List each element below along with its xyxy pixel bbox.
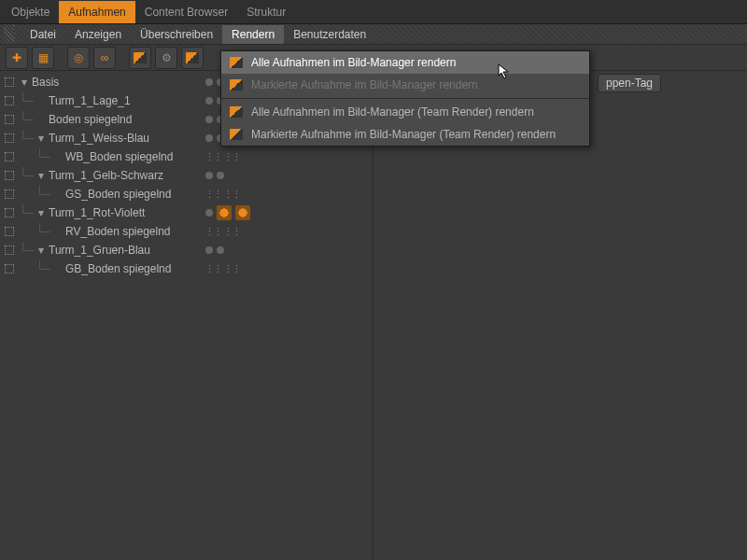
dropdown-item-label: Markierte Aufnahme im Bild-Manager rende… [251, 78, 478, 91]
tree-item-label: Turm_1_Weiss-Blau [49, 132, 149, 145]
tree-row[interactable]: GB_Boden spiegelnd [0, 259, 373, 278]
tree-row[interactable]: GS_Boden spiegelnd [0, 185, 373, 203]
scope-icon[interactable] [4, 170, 15, 181]
toolbar-btn-3[interactable]: ◎ [67, 47, 90, 69]
top-tab-content-browser[interactable]: Content Browser [135, 1, 237, 23]
tree-spacer [52, 226, 63, 237]
tree-item-label: Basis [32, 76, 59, 89]
dropdown-item[interactable]: Markierte Aufnahme im Bild-Manager (Team… [221, 123, 589, 146]
grid-tag-icon[interactable] [205, 149, 220, 164]
clapper-icon [186, 52, 199, 63]
toolbar-btn-4[interactable]: ∞ [93, 47, 116, 69]
status-dot-icon[interactable] [217, 172, 224, 179]
status-dot-icon[interactable] [205, 246, 213, 254]
scope-icon[interactable] [4, 245, 15, 256]
tree-item-label: GS_Boden spiegelnd [65, 188, 171, 201]
dropdown-item-label: Alle Aufnahmen im Bild-Manager rendern [251, 56, 456, 69]
scope-icon[interactable] [4, 114, 15, 125]
toolbar-btn-7[interactable] [181, 47, 204, 69]
grid-tag-icon[interactable] [205, 261, 220, 276]
chevron-down-icon[interactable]: ▾ [19, 77, 30, 88]
menubar: DateiAnzeigenÜberschreibenRendernBenutze… [0, 24, 747, 45]
toolbar-btn-6[interactable]: ⚙ [155, 47, 177, 69]
menu-benutzerdaten[interactable]: Benutzerdaten [284, 25, 375, 44]
clapper-icon [229, 105, 244, 119]
tree-spacer [52, 151, 63, 162]
dropdown-item-label: Alle Aufnahmen im Bild-Manager (Team Ren… [251, 105, 534, 119]
grid-tag-icon[interactable] [224, 261, 239, 276]
status-dot-icon[interactable] [205, 78, 213, 86]
menu-überschreiben[interactable]: Überschreiben [131, 25, 222, 44]
tree-item-label: RV_Boden spiegelnd [65, 225, 171, 238]
scope-icon[interactable] [4, 95, 15, 106]
scope-icon[interactable] [4, 151, 15, 162]
scope-icon[interactable] [4, 133, 15, 144]
grid-tag-icon[interactable] [205, 187, 220, 202]
tag-chip[interactable]: ppen-Tag [598, 74, 661, 92]
dropdown-item[interactable]: Alle Aufnahmen im Bild-Manager rendern [221, 51, 589, 74]
top-tabs: ObjekteAufnahmenContent BrowserStruktur [0, 0, 747, 24]
chevron-down-icon[interactable]: ▾ [35, 207, 47, 218]
toolbar-btn-5[interactable] [129, 47, 151, 69]
scope-icon[interactable] [4, 77, 15, 88]
tree-item-label: Boden spiegelnd [49, 113, 132, 126]
right-panel [374, 93, 747, 560]
clapper-icon [229, 127, 244, 142]
tree-spacer [52, 263, 63, 274]
menu-anzeigen[interactable]: Anzeigen [65, 25, 131, 44]
film-plus-icon: ✚ [12, 51, 21, 64]
menu-datei[interactable]: Datei [21, 25, 65, 44]
dropdown-item: Markierte Aufnahme im Bild-Manager rende… [221, 74, 589, 96]
dropdown-item[interactable]: Alle Aufnahmen im Bild-Manager (Team Ren… [221, 101, 589, 123]
tree-row[interactable]: RV_Boden spiegelnd [0, 222, 373, 241]
grid-tag-icon[interactable] [224, 224, 239, 239]
clapper-icon [229, 77, 244, 92]
tree-spacer [52, 189, 63, 200]
status-dot-icon[interactable] [205, 97, 213, 105]
tree-row[interactable]: ▾Turm_1_Rot-Violett [0, 203, 373, 222]
tree-item-label: WB_Boden spiegelnd [65, 150, 173, 163]
chevron-down-icon[interactable]: ▾ [35, 133, 47, 144]
gear-icon: ⚙ [162, 51, 172, 64]
scope-icon[interactable] [4, 226, 15, 237]
tree-item-label: GB_Boden spiegelnd [65, 262, 171, 275]
grid-tag-icon[interactable] [224, 187, 239, 202]
status-dot-icon[interactable] [205, 116, 213, 123]
render-dropdown: Alle Aufnahmen im Bild-Manager rendernMa… [220, 50, 590, 147]
menubar-grip[interactable] [4, 24, 15, 44]
link-icon: ∞ [101, 51, 109, 64]
status-dot-icon[interactable] [205, 134, 213, 142]
dropdown-separator [221, 98, 589, 99]
grid-tag-icon[interactable] [205, 224, 220, 239]
top-tab-aufnahmen[interactable]: Aufnahmen [59, 1, 134, 23]
scope-icon[interactable] [4, 189, 15, 200]
chevron-down-icon[interactable]: ▾ [35, 170, 47, 181]
tree-item-label: Turm_1_Lage_1 [49, 94, 131, 107]
status-dot-icon[interactable] [217, 246, 224, 254]
status-dot-icon[interactable] [205, 172, 213, 179]
scope-icon[interactable] [4, 207, 15, 218]
gear-tag-icon[interactable] [217, 205, 232, 220]
target-icon: ◎ [74, 51, 83, 64]
tree-item-label: Turm_1_Gelb-Schwarz [49, 169, 163, 182]
top-tab-objekte[interactable]: Objekte [2, 1, 59, 23]
toolbar-btn-1[interactable]: ✚ [6, 47, 28, 69]
dropdown-item-label: Markierte Aufnahme im Bild-Manager (Team… [251, 128, 556, 141]
clapper-icon [229, 55, 244, 70]
scope-icon[interactable] [4, 263, 15, 274]
tree-spacer [35, 114, 47, 125]
menu-rendern[interactable]: Rendern [222, 25, 284, 44]
gear-tag-icon[interactable] [235, 205, 250, 220]
film-icon: ▦ [38, 51, 49, 64]
chevron-down-icon[interactable]: ▾ [35, 245, 47, 256]
tree-row[interactable]: ▾Turm_1_Gruen-Blau [0, 241, 373, 259]
tree-spacer [35, 95, 47, 106]
tree-row[interactable]: ▾Turm_1_Gelb-Schwarz [0, 166, 373, 185]
toolbar-btn-2[interactable]: ▦ [32, 47, 54, 69]
tree-row[interactable]: WB_Boden spiegelnd [0, 147, 373, 166]
grid-tag-icon[interactable] [224, 149, 239, 164]
clapper-icon [134, 52, 147, 63]
status-dot-icon[interactable] [205, 209, 213, 217]
top-tab-struktur[interactable]: Struktur [237, 1, 295, 23]
tree-item-label: Turm_1_Rot-Violett [49, 206, 145, 219]
